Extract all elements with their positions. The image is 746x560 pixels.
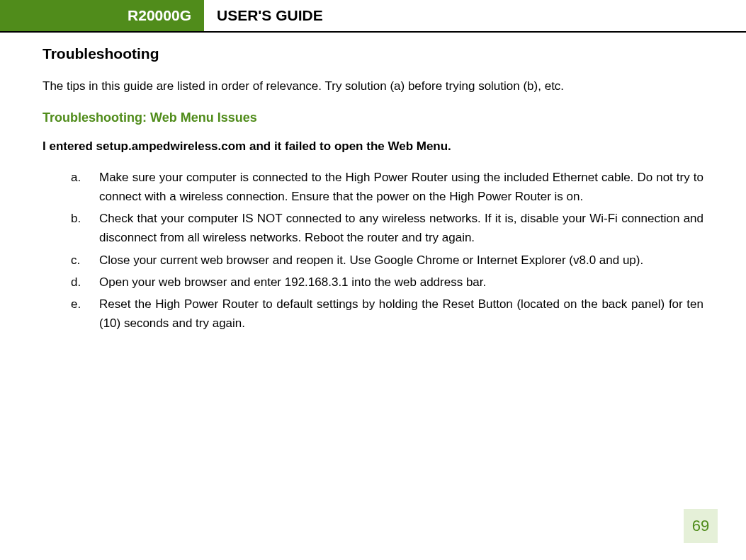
list-item: b. Check that your computer IS NOT conne… [71, 209, 703, 247]
subheading: Troubleshooting: Web Menu Issues [43, 110, 703, 125]
intro-paragraph: The tips in this guide are listed in ord… [43, 78, 703, 95]
document-header: R20000G USER'S GUIDE [0, 0, 746, 33]
list-text: Open your web browser and enter 192.168.… [99, 273, 703, 292]
list-item: c. Close your current web browser and re… [71, 251, 703, 270]
list-text: Reset the High Power Router to default s… [99, 295, 703, 333]
header-guide-label: USER'S GUIDE [217, 7, 323, 24]
list-marker: c. [71, 251, 99, 270]
header-title: USER'S GUIDE [204, 0, 746, 31]
list-marker: b. [71, 209, 99, 247]
document-content: Troubleshooting The tips in this guide a… [0, 45, 746, 333]
page-number-text: 69 [692, 517, 709, 535]
list-marker: d. [71, 273, 99, 292]
question-text: I entered setup.ampedwireless.com and it… [43, 139, 703, 154]
page-number: 69 [684, 509, 718, 543]
list-marker: a. [71, 168, 99, 206]
header-model-text: R20000G [128, 7, 191, 24]
header-model-badge: R20000G [0, 0, 204, 31]
list-item: e. Reset the High Power Router to defaul… [71, 295, 703, 333]
troubleshooting-list: a. Make sure your computer is connected … [43, 168, 703, 333]
list-marker: e. [71, 295, 99, 333]
list-item: d. Open your web browser and enter 192.1… [71, 273, 703, 292]
list-text: Close your current web browser and reope… [99, 251, 703, 270]
list-text: Check that your computer IS NOT connecte… [99, 209, 703, 247]
list-item: a. Make sure your computer is connected … [71, 168, 703, 206]
section-title: Troubleshooting [43, 45, 703, 62]
list-text: Make sure your computer is connected to … [99, 168, 703, 206]
